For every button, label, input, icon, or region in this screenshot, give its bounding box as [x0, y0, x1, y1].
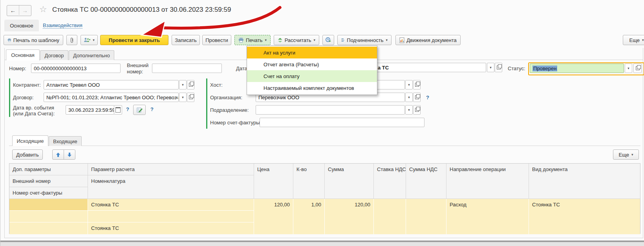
table-cell-vat-total[interactable] [406, 199, 446, 234]
move-row-down-button[interactable] [64, 149, 75, 160]
column-header[interactable]: Направление операции [446, 164, 529, 199]
counterparty-open-button[interactable] [187, 80, 194, 89]
dropdown-caret-icon: ▾ [490, 66, 492, 69]
add-row-button[interactable]: Добавить [12, 149, 43, 160]
nav-tab-main[interactable]: Основное [4, 20, 39, 31]
contract-field[interactable]: №РП-001; 01.01.2023; Атлантис Тревел ООО… [44, 93, 179, 102]
table-cell-price[interactable]: 120,00 [254, 199, 293, 234]
form-tab-main[interactable]: Основная [6, 49, 40, 60]
calculation-table: Доп. параметры Внешний номер Номер счет-… [9, 163, 640, 234]
host-label: Хост: [210, 82, 223, 88]
table-cell[interactable]: Стоянка ТС [88, 199, 254, 211]
contract-dropdown-button[interactable]: ▾ [179, 93, 187, 102]
calculate-button[interactable]: Рассчитать▾ [274, 35, 319, 45]
external-number-field[interactable] [152, 64, 222, 73]
department-open-button[interactable] [413, 105, 421, 115]
counterparty-label: Контрагент: [13, 82, 41, 88]
print-by-template-button[interactable]: Печать по шаблону [4, 35, 63, 45]
menu-item-agent-report[interactable]: Отчет агента (Расчеты) [247, 58, 377, 70]
table-cell[interactable] [9, 211, 88, 222]
department-dropdown-button[interactable]: ▾ [405, 105, 413, 115]
operation-type-open-button[interactable] [495, 63, 502, 72]
print-menu-button[interactable]: Печать▾ [234, 35, 271, 45]
table-cell-direction[interactable]: Расход [446, 199, 529, 234]
event-date-field[interactable]: 30.06.2023 23:59:59 [66, 105, 114, 115]
column-header[interactable]: Доп. параметры [9, 164, 88, 175]
toolbar-more-button[interactable]: Еще▾ [623, 35, 644, 45]
number-field[interactable]: 00-0000000000000013 [31, 64, 121, 73]
column-header[interactable]: Сумма НДС [406, 164, 446, 199]
favorite-star-icon[interactable]: ☆ [39, 4, 47, 15]
open-icon [189, 95, 193, 99]
post-button[interactable]: Провести [202, 35, 231, 45]
column-header[interactable]: Сумма [325, 164, 374, 199]
sub-tab-outgoing[interactable]: Исходящие [12, 135, 48, 146]
menu-item-act-services[interactable]: Акт на услуги [247, 47, 377, 58]
invoice-number-field[interactable] [260, 118, 424, 127]
operation-type-dropdown-button[interactable]: ▾ [487, 63, 494, 72]
forward-button[interactable]: → [19, 5, 31, 15]
column-header[interactable]: Номенклатура [88, 175, 254, 187]
table-cell-doc-kind[interactable]: Стоянка ТС [529, 199, 640, 234]
edit-schedule-button[interactable] [133, 105, 146, 115]
table-cell-vat-rate[interactable] [374, 199, 406, 234]
post-and-close-button[interactable]: Провести и закрыть [100, 35, 168, 45]
organization-help-icon[interactable]: ? [426, 95, 429, 100]
table-cell-total[interactable]: 120,00 [325, 199, 374, 234]
move-row-up-button[interactable] [52, 149, 64, 160]
host-open-button[interactable] [413, 80, 421, 89]
open-icon [415, 108, 419, 112]
refresh-timer-button[interactable] [322, 35, 334, 45]
form-tab-contract[interactable]: Договор [40, 50, 68, 60]
status-dropdown-button[interactable]: ▾ [625, 64, 632, 73]
event-date-calendar-button[interactable] [114, 105, 122, 115]
organization-open-button[interactable] [413, 93, 421, 102]
sub-tab-incoming[interactable]: Входящие [49, 136, 82, 146]
panel-border-bottom [4, 238, 643, 238]
back-button[interactable]: ← [7, 5, 19, 15]
host-dropdown-button[interactable]: ▾ [405, 80, 413, 89]
column-header[interactable]: Внешний номер [9, 175, 88, 187]
status-open-button[interactable] [633, 64, 642, 73]
event-date-label-2: (или Дата Счета): [13, 111, 55, 117]
table-cell[interactable]: Стоянка ТС [88, 222, 254, 234]
subordination-button[interactable]: Подчиненность▾ [337, 35, 392, 45]
open-icon [415, 95, 419, 99]
counterparty-field[interactable]: Атлантис Тревел ООО [44, 80, 179, 89]
assignees-button[interactable]: ▾ [80, 35, 98, 45]
column-header[interactable]: Параметр расчета [88, 164, 254, 175]
pencil-table-icon [137, 107, 143, 113]
table-cell-selected[interactable] [9, 199, 88, 211]
counterparty-dropdown-button[interactable]: ▾ [179, 80, 187, 89]
status-field[interactable]: Проверен [530, 64, 624, 73]
grid-more-button[interactable]: Еще▾ [613, 149, 639, 160]
table-cell[interactable] [9, 222, 88, 234]
column-header[interactable]: К-во [293, 164, 325, 199]
organization-dropdown-button[interactable]: ▾ [405, 93, 413, 102]
doc-movements-button[interactable]: Движения документа [395, 35, 461, 45]
column-header[interactable]: Цена [254, 164, 293, 199]
column-header[interactable]: Вид документа [529, 164, 640, 199]
attachments-button[interactable] [66, 35, 77, 45]
dropdown-caret-icon: ▾ [265, 38, 267, 42]
forward-icon: → [22, 7, 28, 14]
table-cell[interactable] [88, 211, 254, 222]
save-button[interactable]: Записать [172, 35, 200, 45]
dropdown-caret-icon: ▾ [93, 38, 95, 42]
nav-tab-interactions[interactable]: Взаимодействия [43, 22, 82, 28]
print-dropdown-menu: Акт на услуги Отчет агента (Расчеты) Сче… [247, 46, 377, 95]
column-header[interactable]: Ставка НДС [374, 164, 406, 199]
department-field[interactable] [256, 105, 405, 115]
document-window: ← → ☆ Стоянка ТС 00-0000000000000013 от … [0, 0, 644, 246]
event-date-help-icon[interactable]: ? [126, 106, 129, 112]
column-header[interactable] [88, 187, 254, 199]
form-tab-additional[interactable]: Дополнительно [69, 50, 114, 60]
required-group-bar-right [206, 78, 207, 129]
menu-item-invoice-payment[interactable]: Счет на оплату [247, 70, 377, 82]
contract-open-button[interactable] [187, 93, 194, 102]
schedule-help-icon[interactable]: ? [150, 106, 154, 112]
table-cell-qty[interactable]: 1,00 [293, 199, 325, 234]
column-header[interactable]: Номер счет-фактуры [9, 187, 88, 199]
menu-item-custom-set[interactable]: Настраиваемый комплект документов [247, 82, 377, 94]
external-number-label-2: номер: [127, 69, 143, 75]
